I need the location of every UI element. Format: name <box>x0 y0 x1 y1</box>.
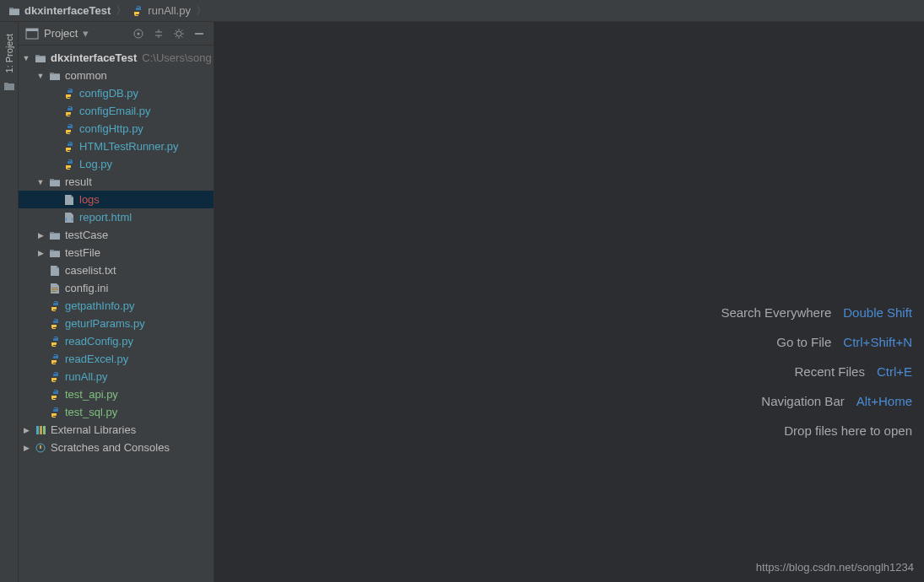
chevron-right-icon[interactable]: ▶ <box>36 231 45 240</box>
tree-folder-result[interactable]: ▼ result <box>19 173 213 191</box>
folder-icon <box>48 229 62 242</box>
breadcrumb-file-label: runAll.py <box>148 4 191 17</box>
tree-item-label: config.ini <box>65 282 108 294</box>
html-icon <box>62 211 76 224</box>
chevron-down-icon[interactable]: ▼ <box>36 178 45 186</box>
tree-folder-testfile[interactable]: ▶ testFile <box>19 244 213 261</box>
tip-recent-files: Recent Files Ctrl+E <box>721 364 912 379</box>
py-icon <box>48 335 62 348</box>
tree-root[interactable]: ▼ dkxinterfaceTest C:\Users\song <box>19 49 213 67</box>
tab-project[interactable]: 1: Project <box>3 30 16 76</box>
tree-item-label: dkxinterfaceTest <box>51 51 137 64</box>
tree-item-label: report.html <box>79 211 132 224</box>
breadcrumb-file[interactable]: runAll.py <box>128 4 194 17</box>
tree-external-libraries[interactable]: ▶ External Libraries <box>19 421 213 439</box>
tree-file[interactable]: ▶ config.ini <box>19 279 213 297</box>
tip-drop-files: Drop files here to open <box>721 423 912 438</box>
tip-shortcut: Double Shift <box>843 305 912 320</box>
tip-shortcut: Alt+Home <box>856 394 912 408</box>
py-icon <box>48 370 62 384</box>
lib-icon <box>34 423 47 437</box>
tree-item-label: Log.py <box>79 158 112 170</box>
svg-rect-1 <box>26 29 38 31</box>
tip-shortcut: Ctrl+Shift+N <box>843 335 912 349</box>
collapse-all-icon[interactable] <box>151 26 166 41</box>
py-icon <box>48 353 62 366</box>
tip-label: Search Everywhere <box>721 305 831 320</box>
tree-item-label: getpathInfo.py <box>65 299 134 312</box>
tree-file[interactable]: ▶ configHttp.py <box>19 120 213 137</box>
svg-rect-5 <box>36 426 39 434</box>
tip-go-to-file: Go to File Ctrl+Shift+N <box>721 335 912 349</box>
py-icon <box>62 105 76 118</box>
folder-icon <box>34 51 47 65</box>
window-icon <box>25 28 39 40</box>
tree-item-label: readConfig.py <box>65 335 133 348</box>
python-icon <box>132 5 143 17</box>
tree-item-label: HTMLTestRunner.py <box>79 140 179 153</box>
py-icon <box>62 87 76 100</box>
project-tool-window: Project ▾ ▼ dkxinterfaceTest C:\Users\so… <box>19 22 214 582</box>
hide-icon[interactable] <box>192 26 207 41</box>
tree-file[interactable]: ▶ readConfig.py <box>19 332 213 350</box>
svg-point-4 <box>176 31 181 36</box>
breadcrumb-root[interactable]: dkxinterfaceTest <box>5 4 114 17</box>
tree-item-label: configEmail.py <box>79 105 151 117</box>
tree-file[interactable]: ▶ HTMLTestRunner.py <box>19 137 213 155</box>
py-icon <box>62 140 76 154</box>
chevron-down-icon[interactable]: ▼ <box>22 54 30 62</box>
project-tree[interactable]: ▼ dkxinterfaceTest C:\Users\song ▼ commo… <box>19 46 213 582</box>
txt-icon <box>48 264 62 278</box>
tip-navigation-bar: Navigation Bar Alt+Home <box>721 394 912 408</box>
tree-file[interactable]: ▶ caselist.txt <box>19 261 213 279</box>
tree-folder-testcase[interactable]: ▶ testCase <box>19 226 213 244</box>
project-panel-title[interactable]: Project <box>44 27 78 40</box>
folder-icon <box>48 175 62 189</box>
gear-icon[interactable] <box>171 26 186 41</box>
tip-shortcut: Ctrl+E <box>877 364 912 379</box>
ini-icon <box>48 282 62 295</box>
structure-icon[interactable] <box>3 81 15 91</box>
tree-item-label: runAll.py <box>65 370 108 383</box>
tree-file[interactable]: ▶ runAll.py <box>19 368 213 385</box>
chevron-down-icon[interactable]: ▾ <box>83 27 89 40</box>
tree-item-label: testFile <box>65 246 100 259</box>
breadcrumb-root-label: dkxinterfaceTest <box>24 4 111 17</box>
chevron-right-icon[interactable]: ▶ <box>22 444 30 452</box>
tree-file[interactable]: ▶ configDB.py <box>19 84 213 102</box>
tree-file[interactable]: ▶ test_api.py <box>19 385 213 403</box>
chevron-right-icon[interactable]: ▶ <box>36 249 45 257</box>
txt-icon <box>62 193 76 207</box>
py-icon <box>48 406 62 419</box>
svg-rect-7 <box>43 426 46 434</box>
py-icon <box>62 158 76 171</box>
py-icon <box>48 299 62 313</box>
tree-item-label: testCase <box>65 229 108 241</box>
folder-icon <box>48 246 62 260</box>
tree-file[interactable]: ▶ geturlParams.py <box>19 315 213 332</box>
chevron-right-icon: 〉 <box>116 3 127 19</box>
chevron-right-icon: 〉 <box>196 3 207 19</box>
tree-file[interactable]: ▶ configEmail.py <box>19 102 213 120</box>
scratch-icon <box>34 441 47 455</box>
py-icon <box>48 317 62 331</box>
tree-file[interactable]: ▶ test_sql.py <box>19 403 213 421</box>
tree-file[interactable]: ▶ readExcel.py <box>19 350 213 368</box>
tree-item-label: configHttp.py <box>79 122 143 135</box>
tree-item-label: common <box>65 69 107 82</box>
tip-label: Recent Files <box>795 364 865 379</box>
project-panel-header: Project ▾ <box>19 22 213 46</box>
tree-folder-common[interactable]: ▼ common <box>19 67 213 84</box>
tree-item-label: logs <box>79 193 100 206</box>
tree-file[interactable]: ▶ getpathInfo.py <box>19 297 213 315</box>
tree-file[interactable]: ▶ Log.py <box>19 155 213 173</box>
chevron-down-icon[interactable]: ▼ <box>36 72 45 80</box>
tree-scratches[interactable]: ▶ Scratches and Consoles <box>19 439 213 456</box>
chevron-right-icon[interactable]: ▶ <box>22 426 30 434</box>
editor-empty-state: Search Everywhere Double Shift Go to Fil… <box>214 22 924 582</box>
tree-file-report[interactable]: ▶ report.html <box>19 208 213 226</box>
tree-file-logs[interactable]: ▶ logs <box>19 191 213 208</box>
locate-icon[interactable] <box>131 26 146 41</box>
tree-item-label: configDB.py <box>79 87 138 100</box>
tree-item-label: caselist.txt <box>65 264 116 277</box>
